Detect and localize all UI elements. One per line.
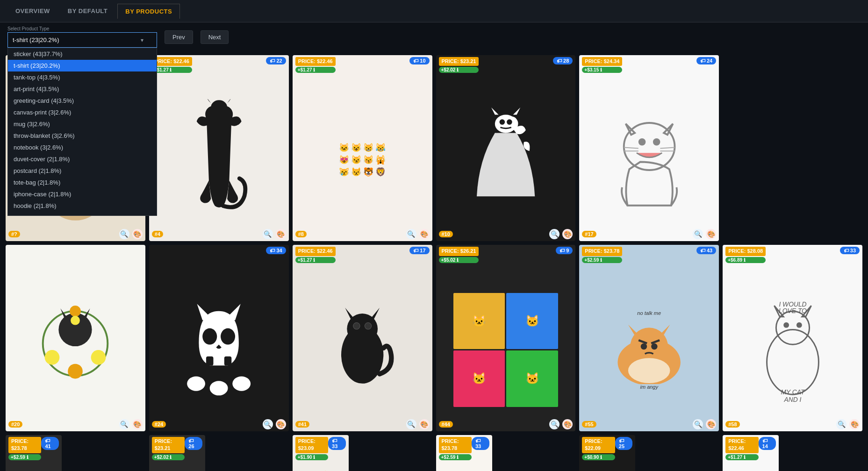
dropdown-item-iphonecase[interactable]: iphone-case (2|1.8%) [8, 188, 157, 200]
product-card-10[interactable]: PRICE: $23.21 +$2.02 ℹ 🏷 28 [436, 55, 576, 241]
product-card-20[interactable]: #20 🔍 🎨 [6, 245, 145, 431]
dropdown-item-magnet[interactable]: magnet (2|1.8%) [8, 212, 157, 216]
price-badge: PRICE: $23.21 [152, 437, 185, 453]
tab-by-products[interactable]: BY PRODUCTS [117, 4, 180, 19]
product-card-8[interactable]: PRICE: $22.46 +$1.27 ℹ 🏷 10 🐱😺😸😹 😻😼😽🙀 😿😾… [293, 55, 432, 241]
tag-badge: 🏷 17 [409, 247, 429, 254]
product-card-paw[interactable]: PRICE: $22.46 +$1.27 ℹ 🏷 14 🐾 [723, 435, 779, 471]
profit-badge: +$2.59 ℹ [582, 257, 622, 263]
profit-badge: +$1.27 ℹ [295, 67, 336, 73]
product-grid-row3: PRICE: $23.78 +$2.59 ℹ 🏷 41 🐱📦 PRICE: $2… [6, 435, 862, 471]
price-badge: PRICE: $26.21 [439, 247, 479, 256]
price-badge: PRICE: $22.46 [295, 57, 336, 66]
palette-icon[interactable]: 🎨 [276, 419, 286, 429]
price-badge: PRICE: $22.46 [725, 437, 758, 453]
card-top-bar-robot: PRICE: $23.21 +$2.02 ℹ 🏷 26 [149, 435, 205, 462]
search-icon[interactable]: 🔍 [263, 229, 273, 239]
svg-point-6 [495, 114, 517, 133]
dropdown-item-mug[interactable]: mug (3|2.6%) [8, 118, 157, 130]
palette-icon[interactable]: 🎨 [706, 229, 716, 239]
product-card-58[interactable]: PRICE: $28.08 +$6.89 ℹ 🏷 33 I WOULD LOVE [723, 245, 862, 431]
profit-badge: +$3.15 ℹ [582, 67, 622, 73]
svg-text:MY CAT: MY CAT [781, 388, 805, 396]
dropdown-item-tanktop[interactable]: tank-top (4|3.5%) [8, 71, 157, 83]
dropdown-item-postcard[interactable]: postcard (2|1.8%) [8, 165, 157, 177]
search-icon[interactable]: 🔍 [406, 419, 416, 429]
svg-point-20 [68, 364, 83, 378]
price-badge: PRICE: $23.78 [582, 247, 622, 256]
product-card-what-cat[interactable]: PRICE: $23.09 +$1.90 ℹ 🏷 33 🐱 WHAT? [293, 435, 349, 471]
product-card-4[interactable]: PRICE: $22.46 +$1.27 ℹ 🏷 22 [149, 55, 289, 241]
svg-point-38 [641, 343, 647, 349]
search-icon[interactable]: 🔍 [406, 229, 416, 239]
search-icon[interactable]: 🔍 [119, 419, 129, 429]
dropdown-item-throwblanket[interactable]: throw-blanket (3|2.6%) [8, 130, 157, 142]
product-card-44[interactable]: PRICE: $26.21 +$5.02 ℹ 🏷 9 🐱 🐱 🐱 🐱 #44 🔍… [436, 245, 576, 431]
card-top-bar-box: PRICE: $23.78 +$2.59 ℹ 🏷 41 [6, 435, 62, 462]
prev-button[interactable]: Prev [165, 30, 193, 44]
palette-icon[interactable]: 🎨 [419, 229, 430, 239]
product-type-dropdown[interactable]: t-shirt (23|20.2%) ▾ [7, 32, 157, 48]
search-icon[interactable]: 🔍 [549, 229, 560, 239]
price-badge: PRICE: $23.09 [295, 437, 328, 453]
card-top-bar-paw: PRICE: $22.46 +$1.27 ℹ 🏷 14 [723, 435, 779, 462]
search-icon[interactable]: 🔍 [119, 229, 129, 239]
tag-badge: 🏷 34 [266, 247, 286, 254]
dropdown-item-tshirt[interactable]: t-shirt (23|20.2%) [8, 60, 157, 71]
dropdown-item-notebook[interactable]: notebook (3|2.6%) [8, 142, 157, 153]
svg-point-11 [653, 138, 660, 146]
palette-icon[interactable]: 🎨 [276, 229, 286, 239]
card-top-bar-8: PRICE: $22.46 +$1.27 ℹ 🏷 10 [293, 55, 432, 75]
svg-point-19 [91, 350, 106, 365]
product-card-robot-cat[interactable]: PRICE: $23.21 +$2.02 ℹ 🏷 26 🤖🐱 [149, 435, 205, 471]
product-card-17[interactable]: PRICE: $24.34 +$3.15 ℹ 🏷 24 [579, 55, 719, 241]
product-card-55[interactable]: PRICE: $23.78 +$2.59 ℹ 🏷 43 no talk me [579, 245, 719, 431]
search-icon[interactable]: 🔍 [693, 419, 703, 429]
rank-badge: #10 [439, 231, 453, 237]
rank-badge: #4 [152, 231, 163, 237]
product-card-41[interactable]: PRICE: $22.46 +$1.27 ℹ 🏷 17 [293, 245, 432, 431]
product-card-shiba[interactable]: PRICE: $23.78 +$2.59 ℹ 🏷 33 🦊 [436, 435, 492, 471]
rank-badge: #58 [725, 421, 739, 428]
selected-product-type: t-shirt (23|20.2%) [13, 36, 59, 43]
palette-icon[interactable]: 🎨 [849, 419, 860, 429]
dropdown-item-totebag[interactable]: tote-bag (2|1.8%) [8, 177, 157, 188]
palette-icon[interactable]: 🎨 [132, 419, 143, 429]
dropdown-item-greetingcard[interactable]: greeting-card (4|3.5%) [8, 95, 157, 107]
tag-badge: 🏷 25 [615, 437, 633, 450]
search-icon[interactable]: 🔍 [549, 419, 560, 429]
rank-badge: #8 [295, 231, 307, 237]
dropdown-item-sticker[interactable]: sticker (43|37.7%) [8, 48, 157, 60]
action-icons: 🔍 🎨 [119, 229, 143, 239]
profit-badge: +$5.02 ℹ [439, 257, 479, 263]
profit-badge: +$1.90 ℹ [295, 454, 328, 460]
svg-rect-26 [224, 357, 232, 365]
palette-icon[interactable]: 🎨 [419, 419, 430, 429]
controls-bar: Select Product Type t-shirt (23|20.2%) ▾… [0, 22, 868, 51]
next-button[interactable]: Next [201, 30, 229, 44]
search-icon[interactable]: 🔍 [693, 229, 703, 239]
tab-by-default[interactable]: BY DEFAULT [60, 3, 115, 19]
tab-overview[interactable]: OVERVIEW [7, 3, 58, 19]
product-grid-row2: #20 🔍 🎨 🏷 34 [6, 245, 862, 431]
svg-line-12 [624, 147, 638, 148]
dropdown-item-hoodie[interactable]: hoodie (2|1.8%) [8, 200, 157, 212]
search-icon[interactable]: 🔍 [836, 419, 846, 429]
dropdown-item-artprint[interactable]: art-print (4|3.5%) [8, 83, 157, 95]
dropdown-item-duvetcover[interactable]: duvet-cover (2|1.8%) [8, 153, 157, 165]
price-badge: PRICE: $23.21 [439, 57, 479, 66]
palette-icon[interactable]: 🎨 [706, 419, 716, 429]
search-icon[interactable]: 🔍 [263, 419, 273, 429]
card-top-bar-dj: PRICE: $22.09 +$0.90 ℹ 🏷 25 [579, 435, 635, 462]
palette-icon[interactable]: 🎨 [562, 229, 573, 239]
palette-icon[interactable]: 🎨 [132, 229, 143, 239]
svg-point-41 [767, 329, 818, 394]
product-card-24[interactable]: 🏷 34 [149, 245, 289, 431]
price-info: PRICE: $22.46 +$1.27 ℹ [152, 57, 192, 73]
card-top-bar-17: PRICE: $24.34 +$3.15 ℹ 🏷 24 [579, 55, 719, 75]
palette-icon[interactable]: 🎨 [562, 419, 573, 429]
dropdown-item-canvasprint[interactable]: canvas-print (3|2.6%) [8, 107, 157, 118]
product-card-cats-box[interactable]: PRICE: $23.78 +$2.59 ℹ 🏷 41 🐱📦 [6, 435, 62, 471]
product-card-dj[interactable]: PRICE: $22.09 +$0.90 ℹ 🏷 25 🎧🐱 [579, 435, 635, 471]
tag-badge: 🏷 10 [409, 57, 429, 64]
